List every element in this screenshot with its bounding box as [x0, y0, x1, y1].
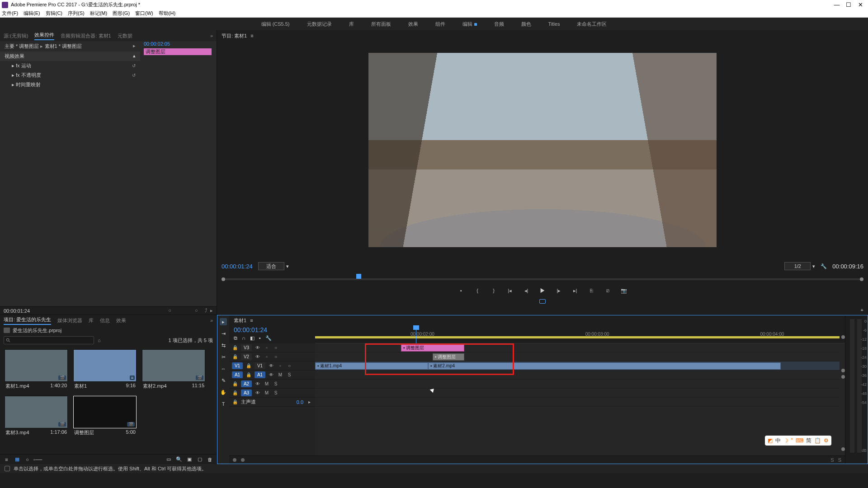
program-scrub[interactable] [222, 274, 863, 284]
zoom-handle[interactable] [841, 335, 845, 339]
marker-icon[interactable]: ▪ [458, 287, 465, 294]
panel-menu-icon[interactable]: ≡ [250, 318, 253, 323]
project-thumb[interactable]: 🎬调整图层5:00 [73, 396, 137, 437]
goto-out-icon[interactable]: ▸| [571, 287, 579, 294]
settings-icon[interactable]: 🔧 [821, 263, 827, 269]
track-header[interactable]: 🔒V3👁▫○ [229, 343, 315, 352]
chevron-down-icon[interactable]: ▾ [286, 263, 289, 269]
menu-file[interactable]: 文件(F) [2, 10, 18, 17]
track-header[interactable]: 🔒V2👁▫○ [229, 352, 315, 361]
program-preview[interactable] [368, 53, 717, 247]
tab-effect-controls[interactable]: 效果控件 [34, 32, 54, 40]
timeline-clip[interactable]: ▪ 素材1.mp4 [315, 362, 428, 370]
chevron-down-icon[interactable]: ▾ [812, 263, 815, 269]
play-icon[interactable] [539, 287, 546, 294]
scroll-handle[interactable] [841, 375, 845, 379]
ec-clip-bar[interactable]: 调整图层 [144, 48, 212, 55]
zoom-dropdown[interactable]: 1/2 [784, 262, 811, 270]
sequence-tab[interactable]: 素材1 [234, 317, 246, 324]
panel-menu-icon[interactable]: ≡ [250, 33, 253, 38]
section-toggle-icon[interactable]: ▴ [133, 53, 136, 60]
ws-item[interactable]: 编辑 (CS5.5) [261, 21, 290, 28]
playhead-icon[interactable] [356, 274, 361, 279]
track-header[interactable]: 🔒A2👁MS [229, 380, 315, 389]
lift-icon[interactable]: ⎘ [588, 287, 595, 294]
add-button-icon[interactable]: + [861, 307, 863, 313]
filter-icon[interactable]: ⌂ [98, 338, 101, 343]
project-thumb[interactable]: 🎬素材3.mp41:17:06 [5, 396, 68, 437]
project-thumb[interactable]: 🎬素材2.mp411:15 [142, 349, 205, 390]
ec-breadcrumb[interactable]: 主要 * 调整图层 ▸ 素材1 * 调整图层 ▸ [0, 41, 140, 52]
in-point-icon[interactable]: { [474, 287, 481, 294]
program-tc-left[interactable]: 00:00:01:24 [222, 263, 253, 270]
menu-clip[interactable]: 剪辑(C) [46, 10, 62, 17]
timeline-clip[interactable]: ▪ 素材2.mp4 [428, 362, 781, 370]
tab-media-browser[interactable]: 媒体浏览器 [57, 317, 82, 324]
linked-select-icon[interactable]: ∩ [242, 335, 245, 341]
master-track[interactable]: 🔒主声道0.0▸ [229, 398, 315, 407]
menu-window[interactable]: 窗口(W) [135, 10, 153, 17]
track-select-icon[interactable]: ⇥ [220, 330, 227, 337]
track-header[interactable]: V1🔒V1👁▫○ [229, 361, 315, 371]
razor-tool-icon[interactable]: ✂ [220, 353, 227, 361]
timeline-clip[interactable]: ▪ 调整图层 [401, 344, 464, 352]
menu-sequence[interactable]: 序列(S) [68, 10, 85, 17]
ws-item[interactable]: 库 [349, 21, 354, 28]
close-button[interactable]: ✕ [854, 1, 866, 8]
ws-item[interactable]: 元数据记录 [307, 21, 332, 28]
ime-comma-icon[interactable]: " [791, 437, 793, 444]
reset-icon[interactable]: ↺ [132, 73, 136, 78]
selection-tool-icon[interactable]: ▸ [220, 318, 227, 325]
settings-icon[interactable]: ▪ [259, 335, 261, 341]
ime-toolbar[interactable]: ◩ 中 ☽ " ⌨ 简 📋 ⚙ [765, 436, 831, 446]
ec-effect-timeremap[interactable]: ▸ 时间重映射 [0, 80, 140, 89]
project-thumb[interactable]: 🎬素材1.mp41:40:20 [5, 349, 68, 390]
out-point-icon[interactable]: } [490, 287, 497, 294]
ec-section-video[interactable]: 视频效果▴ [0, 52, 140, 61]
wrench-icon[interactable]: 🔧 [265, 335, 272, 341]
ws-item[interactable]: Titles [548, 21, 560, 27]
panel-menu-icon[interactable]: » [210, 318, 213, 323]
panel-menu-icon[interactable]: » [210, 33, 213, 38]
zoom-slider[interactable]: ◦── [35, 456, 41, 462]
menu-edit[interactable]: 编辑(E) [24, 10, 40, 17]
tab-audio-mixer[interactable]: 音频剪辑混合器: 素材1 [61, 33, 111, 39]
extract-icon[interactable]: ⎚ [604, 287, 611, 294]
project-thumb[interactable]: ≡素材19:16 [73, 349, 137, 390]
timeline-ruler[interactable]: 00:00:02:00 00:00:03:00 00:00:04:00 [315, 325, 845, 343]
maximize-button[interactable]: ☐ [843, 1, 854, 8]
tab-effects[interactable]: 效果 [116, 317, 126, 324]
project-search-input[interactable] [4, 336, 94, 344]
scroll-handle[interactable] [841, 369, 845, 372]
step-fwd-icon[interactable]: |▸ [555, 287, 562, 294]
scroll-handle[interactable] [841, 447, 845, 451]
zoom-handle[interactable] [233, 458, 236, 462]
ripple-edit-icon[interactable]: ⇆ [220, 342, 227, 349]
track-header[interactable]: A1🔒A1👁MS [229, 371, 315, 380]
tab-library[interactable]: 库 [89, 317, 94, 324]
pen-tool-icon[interactable]: ✎ [220, 377, 227, 384]
export-frame-icon[interactable]: 📷 [620, 287, 627, 294]
reset-icon[interactable]: ↺ [132, 63, 136, 68]
type-tool-icon[interactable]: T [220, 400, 227, 408]
tab-source[interactable]: 源:(无剪辑) [4, 33, 28, 39]
ime-clip-icon[interactable]: 📋 [814, 437, 821, 444]
new-item-icon[interactable]: ▣ [186, 456, 192, 462]
track-header[interactable]: 🔒A3👁MS [229, 389, 315, 398]
ws-item[interactable]: 所有面板 [371, 21, 391, 28]
ws-item[interactable]: 音频 [494, 21, 504, 28]
step-back-icon[interactable]: ◂| [523, 287, 530, 294]
hand-tool-icon[interactable]: ✋ [220, 389, 227, 396]
ec-effect-motion[interactable]: ▸ fx 运动↺ [0, 61, 140, 70]
ws-item[interactable]: 组件 [435, 21, 445, 28]
ime-keyboard-icon[interactable]: ⌨ [796, 437, 803, 444]
ec-footer-timecode[interactable]: 00:00:01:24 ○ ○ ⤴ ▸ [0, 306, 217, 314]
ws-item[interactable]: 未命名工作区 [577, 21, 607, 28]
ws-item[interactable]: 颜色 [521, 21, 531, 28]
menu-graphics[interactable]: 图形(G) [113, 10, 130, 17]
ime-gear-icon[interactable]: ⚙ [824, 437, 829, 444]
menu-marker[interactable]: 标记(M) [90, 10, 108, 17]
delete-icon[interactable]: 🗑 [207, 456, 213, 462]
fit-dropdown[interactable]: 适合 [258, 262, 284, 270]
minimize-button[interactable]: — [831, 1, 843, 8]
